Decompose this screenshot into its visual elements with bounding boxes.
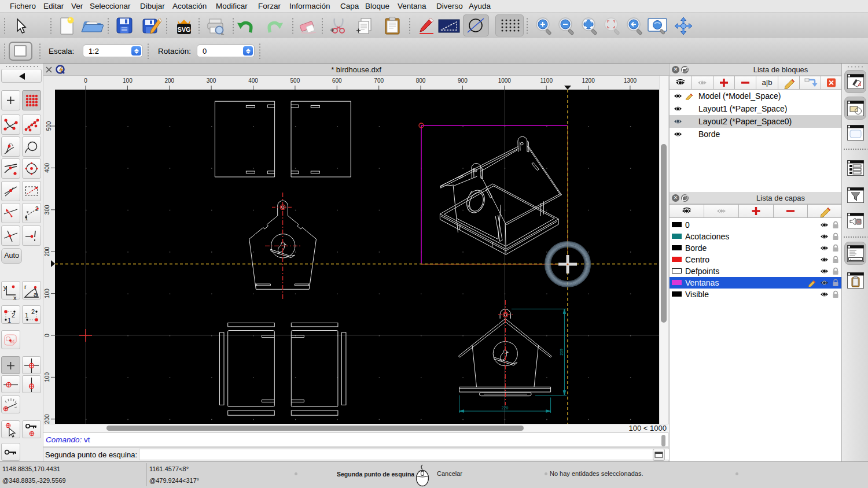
svg-text:1: 1 <box>25 312 28 319</box>
svg-text:209: 209 <box>560 349 564 356</box>
svg-text:400: 400 <box>248 77 258 84</box>
svg-text:a: a <box>34 291 38 298</box>
svg-text:100: 100 <box>123 77 133 84</box>
svg-text:600: 600 <box>332 77 342 84</box>
svg-text:700: 700 <box>374 77 384 84</box>
svg-text:SVG: SVG <box>177 26 190 33</box>
svg-text:1: 1 <box>25 215 28 221</box>
svg-text:300: 300 <box>207 77 216 84</box>
svg-text:200: 200 <box>44 246 50 256</box>
svg-text:1200: 1200 <box>582 77 595 84</box>
svg-text:1000: 1000 <box>498 77 512 84</box>
svg-text:100: 100 <box>44 289 50 298</box>
svg-text:1: 1 <box>8 317 11 324</box>
svg-text:900: 900 <box>458 77 468 84</box>
svg-text:200: 200 <box>164 77 174 84</box>
svg-text:r: r <box>24 283 27 290</box>
svg-text:2: 2 <box>12 312 15 319</box>
svg-text:400: 400 <box>44 163 50 173</box>
svg-text:500: 500 <box>46 121 52 131</box>
svg-text:220: 220 <box>502 406 509 410</box>
svg-text:1300: 1300 <box>624 77 637 84</box>
svg-text:0: 0 <box>44 334 50 337</box>
svg-text:0: 0 <box>84 77 87 84</box>
svg-text:100: 100 <box>44 372 50 382</box>
svg-text:800: 800 <box>416 77 426 84</box>
svg-text:y: y <box>3 284 7 291</box>
svg-text:1100: 1100 <box>540 77 553 84</box>
svg-text:500: 500 <box>290 77 300 84</box>
svg-text:200: 200 <box>44 414 50 424</box>
svg-text:x: x <box>13 294 17 301</box>
svg-text:2: 2 <box>31 308 35 315</box>
svg-text:300: 300 <box>44 205 50 215</box>
